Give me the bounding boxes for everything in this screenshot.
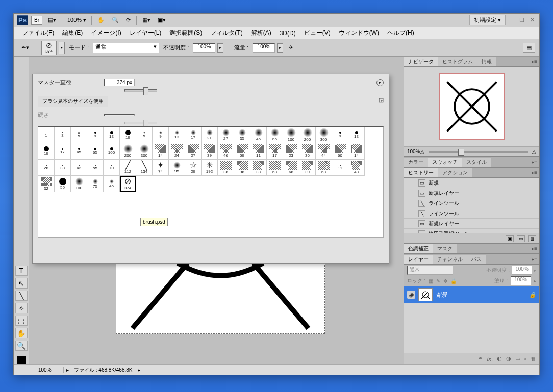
brush-preset-cell[interactable]: 9: [332, 127, 348, 143]
brush-preset-cell[interactable]: 46: [218, 143, 234, 160]
tab-navigator[interactable]: ナビゲータ: [404, 57, 438, 66]
fill-slider-icon[interactable]: ▸: [534, 279, 536, 283]
path-select-tool-icon[interactable]: ↖: [15, 278, 28, 288]
status-play-icon[interactable]: ▸: [136, 367, 142, 373]
brush-preset-cell[interactable]: 1: [38, 127, 55, 143]
brush-preset-thumb[interactable]: ⊘ 374: [41, 41, 57, 55]
zoom-tool-icon-2[interactable]: 🔍: [15, 341, 28, 351]
brush-dropdown-button[interactable]: ▾: [59, 42, 65, 54]
history-item[interactable]: ○楕円形選択ツール: [404, 229, 539, 233]
brush-preset-cell[interactable]: 42: [71, 160, 87, 176]
layer-mask-icon[interactable]: ◐: [497, 355, 502, 362]
opacity-slider-icon[interactable]: ▸: [534, 268, 536, 273]
history-item[interactable]: ▭新規レイヤー: [404, 188, 539, 198]
diameter-slider[interactable]: [124, 89, 157, 92]
tab-paths[interactable]: パス: [467, 255, 486, 264]
brush-preset-cell[interactable]: ╱112: [120, 160, 136, 176]
brush-preset-cell[interactable]: 36: [299, 143, 316, 160]
hand-tool-icon[interactable]: ✋: [94, 15, 108, 25]
history-item[interactable]: ╲ラインツール: [404, 198, 539, 208]
brush-preset-cell[interactable]: ☆29: [185, 160, 202, 176]
layer-visibility-icon[interactable]: ◉: [407, 291, 415, 299]
brush-preset-cell[interactable]: 23: [283, 143, 299, 160]
brush-preset-cell[interactable]: 24: [169, 143, 185, 160]
brush-preset-cell[interactable]: 27: [185, 143, 202, 160]
brush-preset-cell[interactable]: 95: [169, 160, 185, 176]
brush-preset-cell[interactable]: 75: [87, 176, 104, 192]
menu-image[interactable]: イメージ(I): [87, 27, 125, 39]
zoom-tool-icon[interactable]: 🔍: [108, 15, 122, 25]
history-item[interactable]: ▭新規レイヤー: [404, 219, 539, 229]
fill-input[interactable]: 100%: [511, 276, 531, 285]
brush-preset-cell[interactable]: ╲134: [136, 160, 153, 176]
brush-preset-cell[interactable]: 65: [87, 143, 104, 160]
brush-preset-cell[interactable]: 19: [120, 127, 136, 143]
menu-filter[interactable]: フィルタ(T): [206, 27, 246, 39]
zoom-dropdown[interactable]: 100% ▾: [64, 16, 89, 24]
panel-menu-icon[interactable]: ▸≡: [530, 59, 539, 64]
popup-menu-icon[interactable]: ▸: [376, 79, 384, 86]
layer-row-background[interactable]: ◉ 背景 🔒: [404, 286, 539, 303]
history-trash-icon[interactable]: 🗑: [528, 235, 536, 242]
flow-input[interactable]: 100%: [253, 43, 275, 53]
brush-preset-cell[interactable]: ✦74: [153, 160, 169, 176]
tool-preset-icon[interactable]: ✒▾: [18, 43, 33, 53]
type-tool-icon[interactable]: T: [15, 266, 28, 276]
brush-preset-cell[interactable]: 300: [136, 143, 153, 160]
brush-preset-cell[interactable]: 14: [153, 143, 169, 160]
menu-view[interactable]: ビュー(V): [300, 27, 335, 39]
brush-preset-cell[interactable]: 48: [348, 160, 365, 176]
arrange-docs-button[interactable]: ▦▾: [139, 15, 154, 25]
brush-preset-cell[interactable]: ✳192: [202, 160, 218, 176]
menu-select[interactable]: 選択範囲(S): [165, 27, 206, 39]
layer-opacity-input[interactable]: 100%: [512, 266, 532, 275]
screen-mode-button-2[interactable]: ▣▾: [154, 15, 169, 25]
lock-brush-icon[interactable]: ✎: [436, 278, 440, 284]
brush-preset-cell[interactable]: 100: [104, 143, 120, 160]
brush-preset-cell[interactable]: 35: [234, 127, 250, 143]
menu-edit[interactable]: 編集(E): [58, 27, 87, 39]
tab-color[interactable]: カラー: [404, 158, 428, 167]
panel-menu-icon[interactable]: ▸≡: [530, 159, 539, 165]
master-diameter-input[interactable]: 374 px: [104, 79, 135, 86]
maximize-button[interactable]: ☐: [518, 17, 526, 24]
brush-preset-cell[interactable]: 59: [234, 143, 250, 160]
workspace-dropdown[interactable]: 初期設定 ▾: [469, 15, 506, 25]
new-preset-icon[interactable]: ◲: [379, 97, 384, 103]
brush-preset-cell[interactable]: 70: [104, 160, 120, 176]
opacity-slider-button[interactable]: ▸: [217, 43, 223, 53]
tab-adjustments[interactable]: 色調補正: [404, 244, 433, 253]
history-item[interactable]: ▭新規: [404, 178, 539, 188]
menu-analysis[interactable]: 解析(A): [247, 27, 275, 39]
navigator-zoom-value[interactable]: 100%: [407, 149, 420, 154]
brush-preset-cell[interactable]: 45: [104, 176, 120, 192]
brush-preset-cell[interactable]: 33: [55, 160, 71, 176]
zoom-in-icon[interactable]: △: [532, 149, 536, 154]
brush-preset-cell[interactable]: 33: [250, 160, 267, 176]
brush-preset-cell[interactable]: 14: [348, 143, 365, 160]
history-item[interactable]: ╲ラインツール: [404, 208, 539, 219]
brush-preset-cell[interactable]: ⊘374: [120, 176, 136, 192]
new-layer-icon[interactable]: ▫: [524, 356, 526, 362]
mode-select[interactable]: 通常▾: [93, 43, 159, 53]
brush-preset-cell[interactable]: 3: [55, 127, 71, 143]
tab-swatches[interactable]: スウォッチ: [428, 158, 462, 167]
brush-preset-cell[interactable]: 36: [218, 160, 234, 176]
close-button[interactable]: ✕: [528, 17, 536, 24]
document-canvas[interactable]: [116, 263, 325, 334]
tab-layers[interactable]: レイヤー: [404, 255, 433, 264]
brush-preset-cell[interactable]: 11: [332, 160, 348, 176]
brush-preset-cell[interactable]: 65: [267, 127, 283, 143]
brush-preset-cell[interactable]: 5: [71, 127, 87, 143]
tab-info[interactable]: 情報: [477, 57, 496, 66]
brush-preset-cell[interactable]: 32: [38, 176, 55, 192]
panel-menu-icon[interactable]: ▸≡: [530, 256, 539, 262]
brush-preset-cell[interactable]: 200: [120, 143, 136, 160]
brush-preset-cell[interactable]: 55: [55, 176, 71, 192]
brush-preset-cell[interactable]: 13: [348, 127, 365, 143]
brush-preset-cell[interactable]: 66: [283, 160, 299, 176]
status-zoom[interactable]: 100%: [36, 367, 64, 373]
line-tool-icon[interactable]: ╲: [15, 291, 28, 301]
status-arrow-icon[interactable]: ▸: [64, 367, 71, 373]
brush-preset-cell[interactable]: 19: [38, 143, 55, 160]
